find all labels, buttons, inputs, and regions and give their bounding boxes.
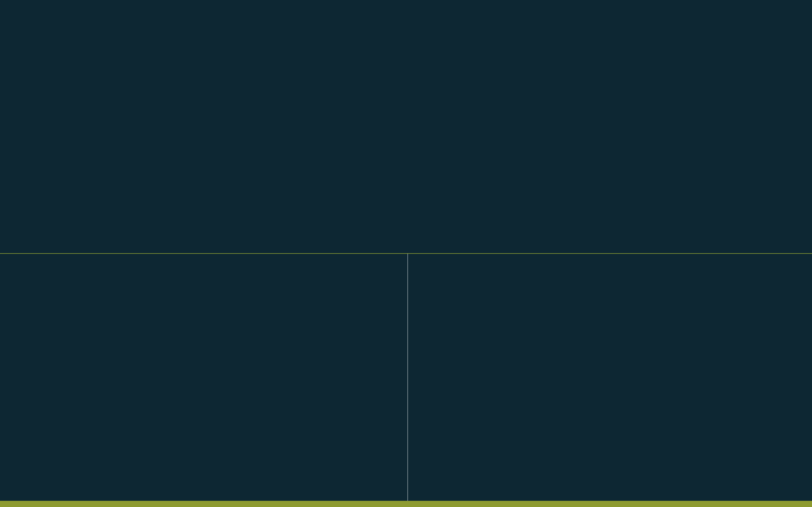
tmux-window-list xyxy=(2,501,4,507)
tmux-pane-border-horizontal xyxy=(0,253,812,254)
tmux-host-clock xyxy=(810,501,812,507)
watch-host-timestamp xyxy=(808,256,810,262)
watch-title-row xyxy=(409,256,810,262)
pane-htop xyxy=(0,256,407,501)
terminal-screen xyxy=(0,0,812,507)
pane-clickhouse-client xyxy=(0,1,812,253)
tmux-pane-border-vertical xyxy=(407,254,408,501)
tmux-status-bar xyxy=(0,501,812,507)
pane-watch-df xyxy=(409,256,810,501)
